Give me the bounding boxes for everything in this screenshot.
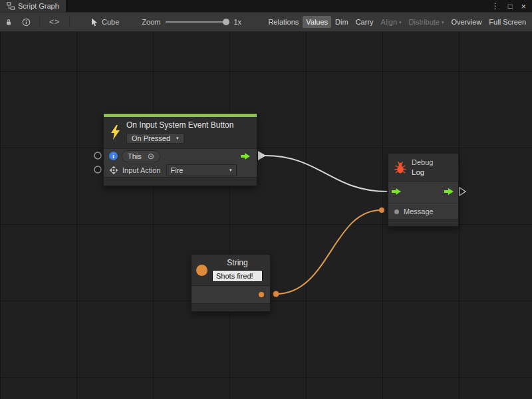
- debug-node-title: Log: [412, 168, 433, 176]
- context-object-label: Cube: [102, 18, 119, 26]
- debug-node-footer: [388, 219, 458, 226]
- graph-toolbar: <> Cube Zoom 1x Relations Values Dim Car…: [0, 12, 532, 32]
- dropdown-arrow-icon: ▾: [229, 168, 232, 173]
- event-this-input-port[interactable]: [94, 152, 101, 159]
- toolbar-divider: [69, 17, 70, 27]
- debug-flow-row: [388, 182, 458, 203]
- input-action-label: Input Action: [122, 166, 161, 174]
- relations-button[interactable]: Relations: [265, 16, 302, 28]
- string-value-field[interactable]: Shots fired!: [212, 270, 263, 282]
- message-port-label: Message: [404, 207, 434, 215]
- string-node-body: [192, 286, 270, 303]
- string-node-header: String Shots fired!: [192, 255, 270, 286]
- zoom-value: 1x: [233, 18, 241, 26]
- fullscreen-button[interactable]: Full Screen: [485, 16, 529, 28]
- zoom-slider-knob[interactable]: [223, 19, 229, 25]
- toolbar-buttons: Relations Values Dim Carry Align▾ Distri…: [265, 16, 532, 28]
- maximize-icon[interactable]: □: [508, 3, 513, 10]
- event-trigger-output-port[interactable]: [241, 152, 251, 160]
- wire-string-to-message[interactable]: [276, 210, 381, 294]
- input-action-dropdown[interactable]: Fire ▾: [166, 164, 237, 176]
- message-row: Message: [388, 203, 458, 219]
- distribute-button[interactable]: Distribute▾: [406, 16, 448, 28]
- graph-icon: [7, 2, 15, 10]
- string-node-footer: [192, 303, 270, 311]
- wire-event-to-debug[interactable]: [265, 156, 387, 192]
- this-object-field[interactable]: This ⊙: [122, 150, 160, 162]
- window-controls: ⋮ □ ×: [491, 0, 532, 12]
- lightning-icon: [109, 124, 121, 140]
- window-menu-icon[interactable]: ⋮: [491, 2, 499, 10]
- debug-flow-output-port[interactable]: [444, 188, 455, 197]
- toolbar-divider: [39, 17, 40, 27]
- node-on-input-system-event-button[interactable]: On Input System Event Button On Pressed …: [103, 113, 257, 186]
- string-output-port[interactable]: [259, 292, 264, 297]
- overview-button[interactable]: Overview: [448, 16, 485, 28]
- values-button[interactable]: Values: [303, 16, 331, 28]
- dropdown-arrow-icon: ▾: [176, 136, 179, 141]
- lock-icon[interactable]: [0, 13, 17, 31]
- zoom-slider[interactable]: [166, 21, 227, 23]
- event-node-footer: [104, 177, 257, 186]
- info-icon[interactable]: [17, 13, 35, 31]
- event-node-body: i This ⊙: [104, 149, 257, 177]
- debug-flow-input-port[interactable]: [392, 188, 402, 197]
- cursor-icon: [91, 18, 98, 27]
- node-debug-log[interactable]: Debug Log Message: [388, 153, 459, 227]
- string-type-icon: [196, 265, 207, 276]
- graph-canvas[interactable]: On Input System Event Button On Pressed …: [0, 32, 532, 399]
- carry-button[interactable]: Carry: [352, 16, 377, 28]
- this-row: i This ⊙: [104, 149, 257, 163]
- debug-node-header: Debug Log: [388, 154, 458, 182]
- wire-start-arrow-icon: [258, 151, 266, 160]
- close-icon[interactable]: ×: [521, 2, 526, 11]
- toolbar-left: <> Cube Zoom 1x: [0, 13, 241, 31]
- event-node-header: On Input System Event Button On Pressed …: [104, 117, 257, 149]
- node-string-literal[interactable]: String Shots fired!: [191, 254, 271, 312]
- dropdown-arrow-icon: ▾: [442, 20, 444, 25]
- zoom-control: Zoom 1x: [142, 18, 241, 26]
- tab-script-graph[interactable]: Script Graph: [0, 0, 66, 12]
- align-button[interactable]: Align▾: [378, 16, 405, 28]
- dropdown-arrow-icon: ▾: [399, 20, 402, 25]
- event-action-input-port[interactable]: [94, 166, 101, 173]
- tab-title: Script Graph: [18, 2, 59, 10]
- input-action-icon: [109, 166, 118, 175]
- dim-button[interactable]: Dim: [332, 16, 352, 28]
- bug-icon: [394, 161, 407, 174]
- message-input-port[interactable]: [394, 209, 399, 214]
- titlebar: Script Graph ⋮ □ ×: [0, 0, 532, 12]
- info-badge-icon: i: [109, 152, 118, 160]
- debug-output-indicator-icon[interactable]: [460, 188, 466, 196]
- wire-end-dot: [379, 207, 384, 213]
- target-icon: ⊙: [148, 152, 154, 160]
- trigger-dropdown[interactable]: On Pressed ▾: [126, 133, 184, 144]
- unity-window: Script Graph ⋮ □ × <: [0, 0, 532, 399]
- zoom-label: Zoom: [142, 18, 160, 26]
- debug-node-category: Debug: [412, 158, 433, 166]
- event-node-title: On Input System Event Button: [126, 120, 233, 130]
- graph-context[interactable]: Cube: [91, 18, 119, 27]
- wire-start-dot: [273, 291, 279, 297]
- string-node-title: String: [212, 258, 263, 267]
- input-action-row: Input Action Fire ▾: [104, 163, 257, 177]
- code-view-icon[interactable]: <>: [44, 17, 65, 27]
